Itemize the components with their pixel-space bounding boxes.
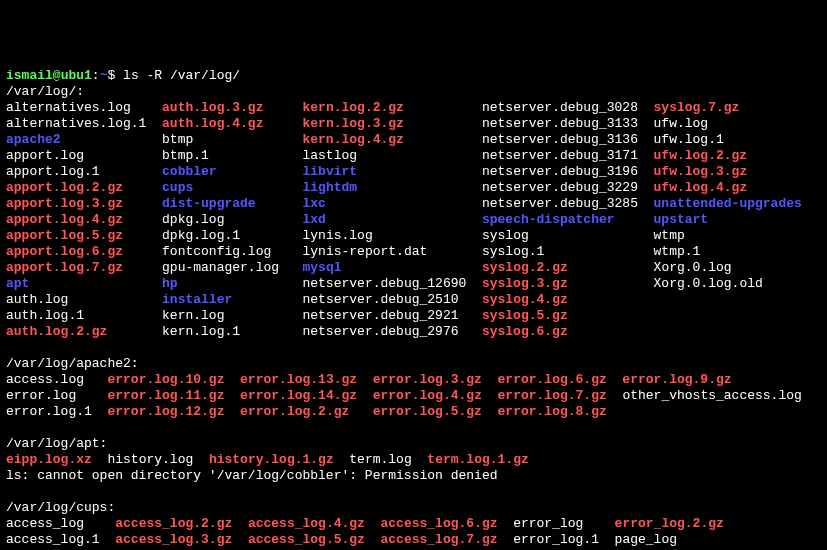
file: apport.log.2.gz cups lightdm netserver.d… [6, 180, 747, 195]
dir-header: /var/log/: [6, 84, 84, 99]
file: apport.log.4.gz dpkg.log lxd speech-disp… [6, 212, 708, 227]
file: error.log error.log.11.gz error.log.14.g… [6, 388, 802, 403]
file: apport.log btmp.1 lastlog netserver.debu… [6, 148, 747, 163]
terminal[interactable]: ismail@ubu1:~$ ls -R /var/log/ /var/log/… [6, 68, 821, 550]
file: apport.log.1 cobbler libvirt netserver.d… [6, 164, 747, 179]
dir-header: /var/log/apt: [6, 436, 107, 451]
file: apache2 btmp kern.log.4.gz netserver.deb… [6, 132, 724, 147]
file: access_log access_log.2.gz access_log.4.… [6, 516, 724, 531]
file: apport.log.5.gz dpkg.log.1 lynis.log sys… [6, 228, 685, 243]
file: access.log error.log.10.gz error.log.13.… [6, 372, 732, 387]
file: auth.log installer netserver.debug_2510 … [6, 292, 568, 307]
file: alternatives.log auth.log.3.gz kern.log.… [6, 100, 739, 115]
dir-header: /var/log/apache2: [6, 356, 139, 371]
dir-header: /var/log/cups: [6, 500, 115, 515]
file: auth.log.1 kern.log netserver.debug_2921… [6, 308, 568, 323]
file: access_log.1 access_log.3.gz access_log.… [6, 532, 677, 547]
file: apt hp netserver.debug_12690 syslog.3.gz… [6, 276, 763, 291]
file: apport.log.6.gz fontconfig.log lynis-rep… [6, 244, 700, 259]
file: error.log.1 error.log.12.gz error.log.2.… [6, 404, 607, 419]
file: auth.log.2.gz kern.log.1 netserver.debug… [6, 324, 568, 339]
file: apport.log.3.gz dist-upgrade lxc netserv… [6, 196, 802, 211]
file: eipp.log.xz history.log history.log.1.gz… [6, 452, 529, 467]
file: apport.log.7.gz gpu-manager.log mysql sy… [6, 260, 732, 275]
error-message: ls: cannot open directory '/var/log/cobb… [6, 468, 497, 483]
prompt: ismail@ubu1:~$ ls -R /var/log/ [6, 68, 240, 83]
file: alternatives.log.1 auth.log.4.gz kern.lo… [6, 116, 708, 131]
